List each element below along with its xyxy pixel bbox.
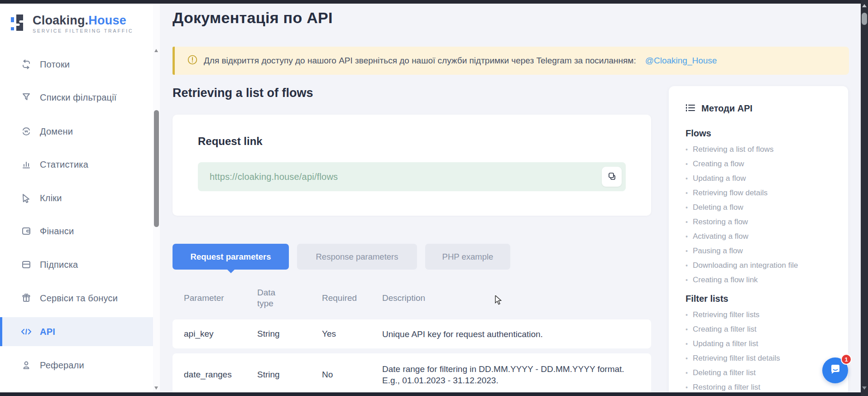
brand-name: Cloaking.House [33, 14, 133, 27]
sidebar-item-statistics[interactable]: Статистика [0, 150, 153, 179]
scroll-up-arrow-icon[interactable] [154, 49, 158, 52]
methods-section-flows: Flows [686, 128, 839, 139]
credit-card-icon [20, 259, 32, 270]
scroll-up-arrow-icon[interactable] [862, 4, 867, 7]
sidebar-scrollbar-thumb[interactable] [154, 110, 159, 227]
method-link[interactable]: Deleting a flow [686, 200, 839, 215]
method-link[interactable]: Downloading an integration file [686, 258, 839, 273]
section-heading: Retrieving a list of flows [173, 86, 313, 100]
method-link[interactable]: Updating a flow [686, 171, 839, 186]
gift-icon [20, 292, 32, 304]
api-methods-panel: Методи API Flows Retrieving a list of fl… [669, 86, 848, 396]
method-link[interactable]: Updating a filter list [686, 337, 839, 351]
api-access-notice: Для відкриття доступу до нашого API звер… [173, 47, 849, 75]
col-header-data-type: Data type [257, 287, 281, 309]
cell-required: No [322, 370, 382, 380]
notice-text: Для відкриття доступу до нашого API звер… [204, 56, 636, 66]
copy-url-button[interactable] [602, 167, 622, 187]
sidebar-item-api[interactable]: API [0, 317, 153, 346]
sidebar-item-finance[interactable]: Фінанси [0, 217, 153, 246]
request-url-field: https://cloaking.house/api/flows [198, 162, 626, 191]
method-link[interactable]: Retrieving flow details [686, 186, 839, 200]
cloaking-house-logo-icon [11, 14, 27, 34]
table-row: api_key String Yes Unique API key for re… [173, 319, 651, 348]
page-title: Документація по API [173, 9, 333, 27]
sidebar-item-domains[interactable]: Домени [0, 117, 153, 146]
scroll-down-arrow-icon[interactable] [154, 386, 158, 390]
brand-logo[interactable]: Cloaking.House SERVICE FILTERING TRAFFIC [11, 14, 133, 34]
tab-request-parameters[interactable]: Request parameters [173, 244, 289, 270]
col-header-parameter: Parameter [184, 293, 257, 303]
table-row: date_ranges String No Date range for fil… [173, 353, 651, 396]
telegram-link[interactable]: @Cloaking_House [645, 56, 717, 66]
copy-icon [607, 172, 616, 182]
sidebar-item-clicks[interactable]: Кліки [0, 184, 153, 212]
method-link[interactable]: Activating a flow [686, 229, 839, 244]
cell-parameter: date_ranges [184, 370, 257, 380]
method-link[interactable]: Retrieving a list of flows [686, 142, 839, 157]
sidebar-item-services-bonuses[interactable]: Сервіси та бонуси [0, 284, 153, 313]
method-link[interactable]: Restoring a flow [686, 215, 839, 229]
browser-scrollbar[interactable] [861, 0, 868, 396]
list-icon [686, 104, 695, 114]
col-header-required: Required [322, 293, 382, 303]
cell-data-type: String [257, 370, 322, 380]
methods-panel-title: Методи API [701, 103, 753, 114]
person-icon [20, 359, 32, 371]
wallet-icon [20, 225, 32, 237]
sidebar-item-subscription[interactable]: Підписка [0, 250, 153, 279]
cell-description: Unique API key for request authenticatio… [382, 328, 640, 340]
params-table-header: Parameter Data type Required Description [173, 283, 651, 313]
browser-scrollbar-thumb[interactable] [862, 13, 867, 25]
globe-icon [20, 126, 32, 137]
method-link[interactable]: Retrieving filter lists [686, 308, 839, 322]
cursor-click-icon [20, 192, 32, 204]
method-link[interactable]: Creating a flow [686, 157, 839, 171]
method-link[interactable]: Deleting a filter list [686, 366, 839, 380]
tab-php-example[interactable]: PHP example [425, 244, 510, 270]
warning-icon [187, 55, 197, 67]
request-link-title: Request link [198, 135, 263, 148]
chat-notification-badge: 1 [841, 354, 852, 365]
bar-chart-icon [20, 159, 32, 170]
methods-section-filter-lists: Filter lists [686, 294, 839, 304]
method-link[interactable]: Pausing a flow [686, 244, 839, 258]
method-link[interactable]: Creating a flow link [686, 273, 839, 287]
window-frame-top [0, 0, 868, 4]
cell-parameter: api_key [184, 329, 257, 339]
request-url: https://cloaking.house/api/flows [210, 172, 338, 182]
sidebar: Cloaking.House SERVICE FILTERING TRAFFIC… [0, 4, 153, 392]
scroll-down-arrow-icon[interactable] [862, 386, 867, 390]
method-link[interactable]: Creating a filter list [686, 322, 839, 337]
window-frame-bottom [0, 392, 868, 396]
sidebar-item-filter-lists[interactable]: Списки фільтрації [0, 83, 153, 112]
sidebar-scrollbar[interactable] [153, 4, 160, 392]
cell-description: Date range for filtering in DD.MM.YYYY -… [382, 363, 640, 386]
request-link-card: Request link https://cloaking.house/api/… [173, 115, 651, 216]
filter-icon [20, 92, 32, 103]
brand-tagline: SERVICE FILTERING TRAFFIC [33, 28, 133, 34]
mouse-cursor [495, 295, 504, 307]
tab-response-parameters[interactable]: Response parameters [297, 244, 417, 270]
code-icon [20, 326, 32, 338]
col-header-description: Description [382, 293, 640, 303]
sidebar-item-referrals[interactable]: Реферали [0, 351, 153, 380]
cell-required: Yes [322, 329, 382, 339]
cell-data-type: String [257, 329, 322, 339]
chat-bubble-icon [829, 363, 842, 377]
method-link[interactable]: Retrieving filter list details [686, 351, 839, 366]
parameter-tabs: Request parameters Response parameters P… [173, 244, 510, 270]
sync-icon [20, 58, 32, 70]
sidebar-item-flows[interactable]: Потоки [0, 50, 153, 79]
